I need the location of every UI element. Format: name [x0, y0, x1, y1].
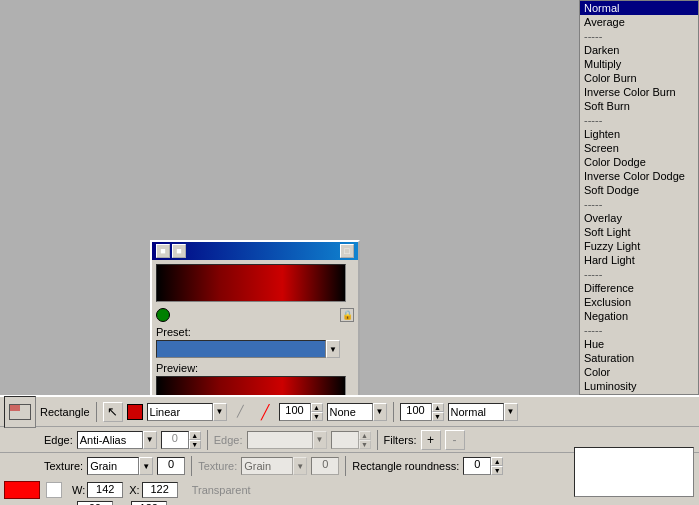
dropdown-item[interactable]: Saturation [580, 351, 698, 365]
none-value: None [327, 403, 373, 421]
dropdown-item: ----- [580, 113, 698, 127]
dropdown-item: ----- [580, 267, 698, 281]
dialog-color-row: 🔒 [156, 308, 354, 322]
color-swatch-white[interactable] [46, 482, 62, 498]
dropdown-item[interactable]: Color Burn [580, 71, 698, 85]
preset-label: Preset: [156, 326, 354, 338]
dropdown-item[interactable]: Soft Burn [580, 99, 698, 113]
filters-add-btn[interactable]: + [421, 430, 441, 450]
blend-mode-combo[interactable]: Normal ▼ [448, 403, 518, 421]
texture2-combo: Grain ▼ [241, 457, 307, 475]
preset-row: ▼ [156, 340, 354, 358]
dropdown-item[interactable]: Inverse Color Burn [580, 85, 698, 99]
dropdown-item[interactable]: Negation [580, 309, 698, 323]
paint-icon[interactable]: ╱ [231, 402, 251, 422]
cursor-btn[interactable]: ↖ [103, 402, 123, 422]
roundness-label: Rectangle roundness: [352, 460, 459, 472]
height-field: H: 99 [64, 501, 113, 505]
dropdown-item[interactable]: Darken [580, 43, 698, 57]
filters-remove-btn[interactable]: - [445, 430, 465, 450]
texture-input[interactable]: 0 [157, 457, 185, 475]
opacity-up[interactable]: ▲ [311, 403, 323, 412]
dropdown-item[interactable]: Soft Light [580, 225, 698, 239]
dropdown-item[interactable]: Screen [580, 141, 698, 155]
dropdown-item[interactable]: Multiply [580, 57, 698, 71]
dim-row2: H: 99 Y: 132 [0, 499, 699, 505]
dropdown-item: ----- [580, 323, 698, 337]
texture-value: Grain [87, 457, 139, 475]
fill-type-combo[interactable]: Linear ▼ [147, 403, 227, 421]
dropdown-item[interactable]: Hard Light [580, 253, 698, 267]
dialog-close-btn[interactable]: □ [340, 244, 354, 258]
edge-label2: Edge: [214, 434, 243, 446]
roundness-spinner-btns: ▲ ▼ [491, 457, 503, 475]
edge-up[interactable]: ▲ [189, 431, 201, 440]
edge-down[interactable]: ▼ [189, 440, 201, 449]
dropdown-item: ----- [580, 197, 698, 211]
dialog-left-icons: ■ ■ [156, 244, 186, 258]
texture-combo[interactable]: Grain ▼ [87, 457, 153, 475]
dropdown-item[interactable]: Exclusion [580, 295, 698, 309]
blend-mode-dropdown[interactable]: NormalAverage-----DarkenMultiplyColor Bu… [579, 0, 699, 395]
w-label: W: [72, 484, 85, 496]
texture-label: Texture: [44, 460, 83, 472]
opacity-down[interactable]: ▼ [311, 412, 323, 421]
h-input[interactable]: 99 [77, 501, 113, 505]
y-input[interactable]: 132 [131, 501, 167, 505]
percent-up[interactable]: ▲ [432, 403, 444, 412]
percent-input[interactable]: 100 [400, 403, 432, 421]
dialog-titlebar: ■ ■ □ [152, 242, 358, 260]
roundness-down[interactable]: ▼ [491, 466, 503, 475]
dropdown-item[interactable]: Inverse Color Dodge [580, 169, 698, 183]
filters-box [574, 447, 694, 497]
edge-type2-value [247, 431, 313, 449]
color-swatch[interactable] [4, 481, 40, 499]
edge-type2-arrow: ▼ [313, 431, 327, 449]
dialog-icon-1[interactable]: ■ [156, 244, 170, 258]
x-input[interactable]: 122 [142, 482, 178, 498]
sep4 [377, 430, 378, 450]
preset-combo[interactable] [156, 340, 326, 358]
color-circle-green[interactable] [156, 308, 170, 322]
transparent-label: Transparent [192, 484, 251, 496]
edge-type-arrow[interactable]: ▼ [143, 431, 157, 449]
dropdown-item[interactable]: Lighten [580, 127, 698, 141]
dropdown-item[interactable]: Color Dodge [580, 155, 698, 169]
texture-arrow[interactable]: ▼ [139, 457, 153, 475]
dropdown-item[interactable]: Hue [580, 337, 698, 351]
w-input[interactable]: 142 [87, 482, 123, 498]
none-combo[interactable]: None ▼ [327, 403, 387, 421]
dialog-icon-2[interactable]: ■ [172, 244, 186, 258]
red-line-icon[interactable]: ╱ [255, 402, 275, 422]
dropdown-item[interactable]: Color [580, 365, 698, 379]
preset-arrow-btn[interactable]: ▼ [326, 340, 340, 358]
edge-input2 [331, 431, 359, 449]
opacity-input[interactable]: 100 [279, 403, 311, 421]
blend-mode-arrow[interactable]: ▼ [504, 403, 518, 421]
dropdown-item[interactable]: Average [580, 15, 698, 29]
dropdown-item[interactable]: Soft Dodge [580, 183, 698, 197]
edge-type-combo[interactable]: Anti-Alias ▼ [77, 431, 157, 449]
lock-icon[interactable]: 🔒 [340, 308, 354, 322]
fill-type-value: Linear [147, 403, 213, 421]
fill-color[interactable] [127, 404, 143, 420]
dropdown-item[interactable]: Difference [580, 281, 698, 295]
percent-down[interactable]: ▼ [432, 412, 444, 421]
roundness-up[interactable]: ▲ [491, 457, 503, 466]
edge-label: Edge: [44, 434, 73, 446]
dropdown-item[interactable]: Overlay [580, 211, 698, 225]
edge-input[interactable]: 0 [161, 431, 189, 449]
roundness-input[interactable]: 0 [463, 457, 491, 475]
edge2-down: ▼ [359, 440, 371, 449]
dropdown-item: ----- [580, 29, 698, 43]
none-arrow[interactable]: ▼ [373, 403, 387, 421]
dropdown-item[interactable]: Fuzzy Light [580, 239, 698, 253]
dropdown-item[interactable]: Normal [580, 1, 698, 15]
dropdown-item[interactable]: Luminosity [580, 379, 698, 393]
sep1 [96, 402, 97, 422]
sep2 [393, 402, 394, 422]
gradient-preview-main [156, 264, 346, 302]
edge-spinner2: ▲ ▼ [331, 431, 371, 449]
blend-mode-value: Normal [448, 403, 504, 421]
fill-type-arrow[interactable]: ▼ [213, 403, 227, 421]
